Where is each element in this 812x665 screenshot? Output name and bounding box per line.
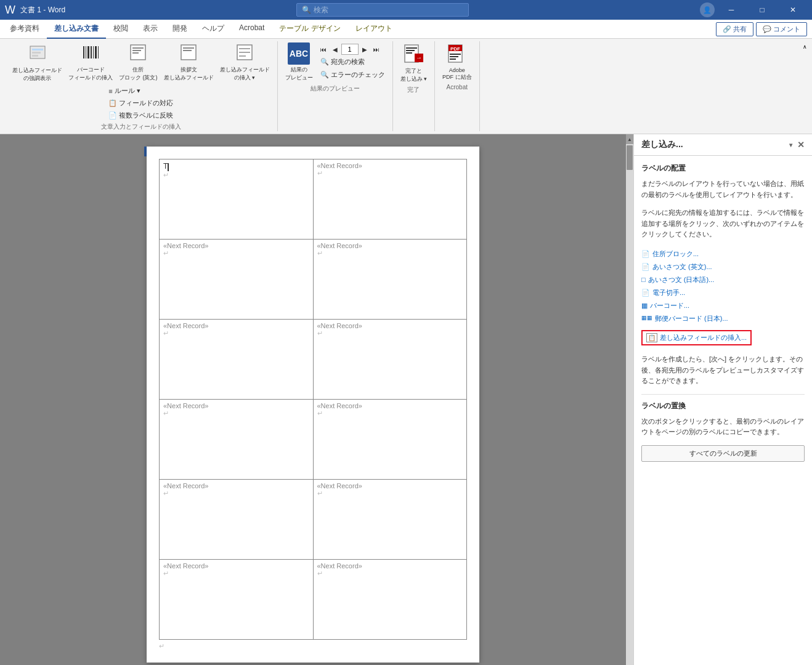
ribbon-tabs: 参考資料 差し込み文書 校閲 表示 開発 ヘルプ Acrobat テーブル デザ… — [0, 20, 716, 38]
greeting-jp-link[interactable]: □ あいさつ文 (日本語)... — [641, 273, 805, 286]
scrollbar-track[interactable] — [626, 144, 633, 665]
label-cell-5[interactable]: «Next Record» ↵ — [160, 320, 314, 400]
svg-rect-15 — [181, 45, 196, 60]
search-input[interactable] — [314, 6, 463, 14]
maximize-button[interactable]: □ — [748, 0, 776, 20]
title-bar-left: W 文書 1 - Word — [5, 4, 65, 17]
barcode-insert-button[interactable]: バーコードフィールドの挿入 — [66, 41, 115, 83]
svg-rect-5 — [86, 46, 86, 58]
tab-tabledesign[interactable]: テーブル デザイン — [272, 20, 347, 39]
ribbon-group-insert: 差し込みフィールドの強調表示 バーコードフィールドの挿入 住所ブロック (英文) — [5, 41, 278, 131]
match-fields-button[interactable]: 📋 フィールドの対応 — [106, 97, 176, 109]
main-area: ⊕ T ↵ «Next Record» ↵ — [0, 134, 812, 665]
check-errors-icon: 🔍 — [320, 71, 329, 79]
title-bar-right: 👤 ─ □ ✕ — [700, 0, 807, 20]
search-box[interactable]: 🔍 — [296, 3, 469, 17]
nav-first-button[interactable]: ⏮ — [318, 45, 329, 54]
update-all-labels-button[interactable]: すべてのラベルの更新 — [641, 445, 805, 462]
preview-results-button[interactable]: ABC 結果のプレビュー — [283, 41, 315, 83]
arrangement-intro-2: ラベルに宛先の情報を追加するには、ラベルで情報を追加する場所をクリック、次のいず… — [641, 208, 805, 240]
address-block-link[interactable]: 📄 住所ブロック... — [641, 248, 805, 260]
insert-field-button[interactable]: 差し込みフィールドの挿入 ▾ — [217, 41, 272, 83]
replacement-text: 次のボタンをクリックすると、最初のラベルのレイアウトをページの別のラベルにコピー… — [641, 416, 805, 438]
panel-divider — [641, 394, 805, 395]
label-cell-6[interactable]: «Next Record» ↵ — [313, 320, 467, 400]
tab-references[interactable]: 参考資料 — [2, 20, 47, 39]
svg-rect-23 — [406, 47, 417, 49]
label-cell-11[interactable]: «Next Record» ↵ — [160, 560, 314, 640]
check-errors-button[interactable]: 🔍 エラーのチェック — [318, 69, 388, 81]
tab-help[interactable]: ヘルプ — [195, 20, 232, 39]
svg-rect-16 — [183, 47, 194, 49]
svg-text:→: → — [416, 54, 422, 61]
nav-next-button[interactable]: ▶ — [360, 45, 370, 54]
arrangement-intro-1: まだラベルのレイアウトを行っていない場合は、用紙の最初のラベルを使用してレイアウ… — [641, 179, 805, 200]
scrollbar-thumb[interactable] — [627, 145, 633, 170]
minimize-button[interactable]: ─ — [717, 0, 745, 20]
tab-view[interactable]: 表示 — [136, 20, 165, 39]
label-cell-2[interactable]: «Next Record» ↵ — [313, 159, 467, 240]
user-icon: 👤 — [703, 6, 712, 14]
finish-merge-icon: → — [402, 42, 424, 66]
close-button[interactable]: ✕ — [779, 0, 807, 20]
panel-dropdown-button[interactable]: ▾ — [789, 142, 792, 148]
svg-rect-13 — [132, 50, 141, 51]
insert-field-link-icon: 📋 — [646, 333, 657, 342]
page-number-input[interactable] — [341, 44, 359, 55]
tab-layout[interactable]: レイアウト — [348, 20, 400, 39]
greeting-en-link[interactable]: 📄 あいさつ文 (英文)... — [641, 260, 805, 273]
tab-acrobat[interactable]: Acrobat — [232, 20, 272, 39]
comment-button[interactable]: 💬 コメント — [756, 22, 807, 36]
table-row: «Next Record» ↵ «Next Record» ↵ — [160, 560, 467, 640]
multiple-labels-button[interactable]: 📄 複数ラベルに反映 — [106, 110, 176, 121]
tab-review[interactable]: 校閲 — [106, 20, 136, 39]
rules-button[interactable]: ≡ ルール ▾ — [106, 85, 176, 97]
ribbon-collapse-button[interactable]: ∧ — [803, 44, 807, 50]
greeting-icon — [179, 42, 198, 65]
panel-close-button[interactable]: ✕ — [797, 140, 805, 150]
svg-rect-10 — [98, 46, 99, 58]
close-icon: ✕ — [790, 6, 796, 14]
label-cell-8[interactable]: «Next Record» ↵ — [313, 400, 467, 480]
label-cell-1[interactable]: T ↵ — [160, 159, 314, 240]
address-block-label: 住所ブロック (英文) — [119, 66, 158, 82]
tab-dev[interactable]: 開発 — [165, 20, 195, 39]
merge-field-label: 差し込みフィールドの強調表示 — [12, 66, 62, 83]
tab-mailings[interactable]: 差し込み文書 — [47, 20, 106, 39]
replacement-section-title: ラベルの置換 — [641, 401, 805, 411]
avatar[interactable]: 👤 — [700, 2, 715, 17]
acrobat-group-label: Acrobat — [447, 84, 468, 91]
scroll-up-button[interactable]: ▲ — [626, 134, 633, 144]
adobe-pdf-button[interactable]: PDF AdobePDF に結合 — [440, 41, 474, 83]
barcode-link-icon: ▦ — [641, 302, 648, 310]
postal-barcode-icon: ▦▦ — [641, 315, 652, 321]
label-cell-4[interactable]: «Next Record» ↵ — [313, 240, 467, 320]
postal-barcode-link[interactable]: ▦▦ 郵便バーコード (日本)... — [641, 312, 805, 325]
label-cell-9[interactable]: «Next Record» ↵ — [160, 480, 314, 560]
nav-last-button[interactable]: ⏭ — [371, 45, 382, 54]
svg-rect-7 — [91, 46, 92, 58]
label-cell-10[interactable]: «Next Record» ↵ — [313, 480, 467, 560]
label-table: T ↵ «Next Record» ↵ «Next Record» ↵ — [159, 159, 467, 640]
multiple-labels-label: 複数ラベルに反映 — [119, 111, 173, 120]
address-block-button[interactable]: 住所ブロック (英文) — [116, 41, 160, 83]
ribbon-group-preview: ABC 結果のプレビュー ⏮ ◀ ▶ ⏭ 🔍 宛先の検索 — [278, 41, 393, 131]
stamp-link[interactable]: 📄 電子切手... — [641, 286, 805, 299]
svg-rect-2 — [32, 52, 41, 54]
insert-group-label: 文章入力とフィールドの挿入 — [101, 123, 181, 131]
insert-field-link-label: 差し込みフィールドの挿入... — [660, 333, 747, 342]
share-button[interactable]: 🔗 共有 — [716, 22, 753, 36]
label-cell-3[interactable]: «Next Record» ↵ — [160, 240, 314, 320]
address-block-icon — [128, 42, 148, 65]
barcode-link[interactable]: ▦ バーコード... — [641, 299, 805, 312]
greeting-button[interactable]: 挨拶文差し込みフィールド — [161, 41, 216, 83]
insert-merge-field-link[interactable]: 📋 差し込みフィールドの挿入... — [641, 330, 752, 345]
label-cell-12[interactable]: «Next Record» ↵ — [313, 560, 467, 640]
find-recipient-button[interactable]: 🔍 宛先の検索 — [318, 56, 388, 68]
finish-group-label: 完了 — [407, 86, 420, 94]
comment-icon: 💬 — [763, 25, 771, 33]
finish-merge-button[interactable]: → 完了と差し込み ▾ — [398, 41, 430, 84]
merge-field-highlight-button[interactable]: 差し込みフィールドの強調表示 — [10, 41, 65, 84]
nav-prev-button[interactable]: ◀ — [330, 45, 340, 54]
label-cell-7[interactable]: «Next Record» ↵ — [160, 400, 314, 480]
